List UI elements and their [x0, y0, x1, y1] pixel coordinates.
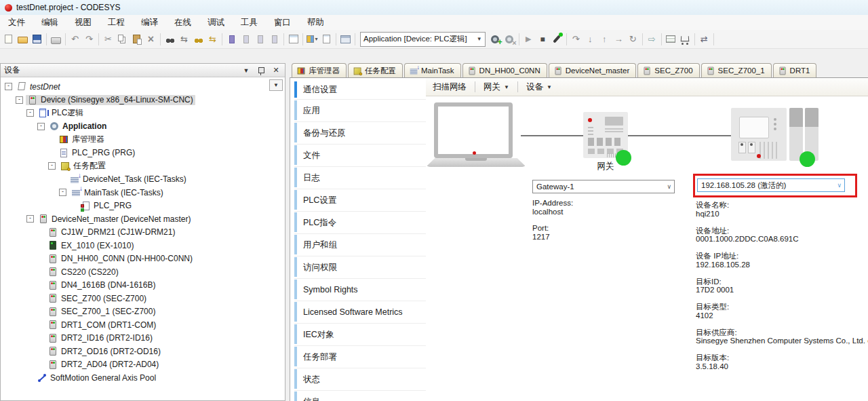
watchlist-icon[interactable]: [679, 33, 692, 45]
menu-工程[interactable]: 工程: [100, 16, 133, 30]
flow-control-icon[interactable]: [665, 33, 677, 45]
collapse-icon[interactable]: -: [16, 96, 23, 104]
tab-任务配置[interactable]: 任务配置: [348, 63, 403, 77]
menu-视图[interactable]: 视图: [66, 16, 100, 30]
tree-item-DeviceNet_Task[interactable]: DeviceNet_Task (IEC-Tasks): [1, 173, 285, 187]
tab-DN_HH00_C0NN[interactable]: DN_HH00_C0NN: [462, 63, 547, 77]
editor-nav-通信设置[interactable]: 通信设置: [294, 81, 426, 100]
tree-item-MainTask[interactable]: -MainTask (IEC-Tasks): [1, 186, 285, 199]
editor-nav-PLC设置[interactable]: PLC设置: [294, 189, 426, 212]
login-icon[interactable]: [489, 33, 502, 45]
target-device-select[interactable]: 192.168.105.28 (激活的) ∨: [697, 178, 845, 192]
tree-item-testDnet[interactable]: -testDnet: [1, 80, 285, 94]
delete-icon[interactable]: [144, 33, 157, 45]
paste-icon[interactable]: [130, 33, 143, 45]
menu-在线[interactable]: 在线: [166, 16, 199, 30]
start-icon[interactable]: [522, 33, 535, 45]
menu-窗口[interactable]: 窗口: [266, 16, 299, 30]
step-into-icon[interactable]: [584, 33, 597, 45]
bookmark-icon[interactable]: [225, 33, 238, 45]
editor-nav-用户和组[interactable]: 用户和组: [294, 234, 426, 256]
library-repository-icon[interactable]: [339, 33, 352, 45]
tab-SEC_Z700_1[interactable]: SEC_Z700_1: [701, 63, 772, 77]
tree-item-DRT1_COM[interactable]: DRT1_COM (DRT1-COM): [1, 318, 285, 332]
undo-icon[interactable]: [68, 33, 81, 45]
tree-item-PLC逻辑[interactable]: -PLC逻辑: [1, 107, 285, 120]
find-icon[interactable]: [163, 33, 176, 45]
collapse-icon[interactable]: -: [5, 83, 12, 90]
replace-icon[interactable]: [178, 33, 191, 45]
device-menu-button[interactable]: 设备 ▼: [520, 79, 558, 94]
tree-item-CJ1W_DRM21[interactable]: CJ1W_DRM21 (CJ1W-DRM21): [1, 226, 285, 240]
menu-调试[interactable]: 调试: [199, 16, 233, 30]
editor-nav-信息[interactable]: 信息: [294, 391, 426, 401]
step-over-icon[interactable]: [570, 33, 583, 45]
search-project-icon[interactable]: [192, 33, 205, 45]
tab-DeviceNet_master[interactable]: DeviceNet_master: [549, 63, 637, 77]
pin-icon[interactable]: [256, 66, 267, 75]
refresh-icon[interactable]: [698, 33, 711, 45]
tree-item-DN_HH00_C0NN[interactable]: DN_HH00_C0NN (DN-HH00-C0NN): [1, 252, 285, 266]
new-object-icon[interactable]: [306, 33, 319, 45]
editor-nav-IEC对象[interactable]: IEC对象: [294, 324, 426, 346]
next-statement-icon[interactable]: [646, 33, 658, 45]
panel-menu-icon[interactable]: ▼: [241, 66, 252, 75]
tab-库管理器[interactable]: 库管理器: [292, 63, 347, 77]
add-object-icon[interactable]: [320, 33, 333, 45]
editor-nav-备份与还原[interactable]: 备份与还原: [294, 122, 426, 145]
tree-item-Device[interactable]: -Device (Sinsegye x86_64-Linux-SM-CNC): [1, 94, 285, 107]
print-icon[interactable]: [50, 33, 62, 45]
editor-nav-任务部署[interactable]: 任务部署: [294, 346, 426, 368]
menu-帮助[interactable]: 帮助: [299, 16, 332, 30]
editor-nav-状态[interactable]: 状态: [294, 368, 426, 391]
tree-item-任务配置[interactable]: -任务配置: [1, 159, 285, 173]
tree-item-库管理器[interactable]: 库管理器: [1, 133, 285, 147]
collapse-icon[interactable]: -: [48, 162, 56, 170]
tree-item-EX_1010[interactable]: EX_1010 (EX-1010): [1, 239, 285, 252]
open-file-icon[interactable]: [16, 33, 29, 45]
bookmark-clear-icon[interactable]: [268, 33, 281, 45]
copy-icon[interactable]: [116, 33, 129, 45]
menu-文件[interactable]: 文件: [0, 16, 33, 30]
tree-item-CS220[interactable]: CS220 (CS220): [1, 265, 285, 279]
run-to-line-icon[interactable]: [612, 33, 625, 45]
stop-icon[interactable]: [536, 33, 549, 45]
tree-item-SoftMotion[interactable]: SoftMotion General Axis Pool: [1, 371, 285, 385]
properties-icon[interactable]: [287, 33, 300, 45]
replace-project-icon[interactable]: [206, 33, 219, 45]
editor-nav-PLC指令[interactable]: PLC指令: [294, 212, 426, 234]
editor-nav-文件[interactable]: 文件: [294, 145, 426, 167]
menu-编辑[interactable]: 编辑: [33, 16, 66, 30]
step-out-icon[interactable]: [598, 33, 611, 45]
tree-item-DRT2_OD16[interactable]: DRT2_OD16 (DRT2-OD16): [1, 345, 285, 358]
gateway-menu-button[interactable]: 网关 ▼: [477, 79, 515, 94]
tab-MainTask[interactable]: MainTask: [404, 63, 461, 77]
tree-item-Application[interactable]: -Application: [1, 120, 285, 134]
tree-item-PLC_PRG[interactable]: PLC_PRG (PRG): [1, 147, 285, 160]
cut-icon[interactable]: [102, 33, 115, 45]
tree-item-PLC_PRG[interactable]: PLC_PRG: [1, 199, 285, 213]
gateway-select[interactable]: Gateway-1 ∨: [532, 180, 675, 193]
tab-DRT1[interactable]: DRT1: [773, 63, 817, 77]
editor-nav-Licensed Software Metrics[interactable]: Licensed Software Metrics: [294, 301, 426, 324]
editor-nav-应用[interactable]: 应用: [294, 100, 426, 122]
bookmark-next-icon[interactable]: [254, 33, 267, 45]
logout-icon[interactable]: [503, 33, 516, 45]
tree-item-DeviceNet_master[interactable]: -DeviceNet_master (DeviceNet master): [1, 212, 285, 226]
menu-工具[interactable]: 工具: [233, 16, 266, 30]
active-application-select[interactable]: Application [Device: PLC逻辑]▼: [360, 32, 486, 47]
menu-编译[interactable]: 编译: [133, 16, 166, 30]
save-icon[interactable]: [31, 33, 43, 45]
tree-item-DRT2_AD04[interactable]: DRT2_AD04 (DRT2-AD04): [1, 358, 285, 372]
scan-network-button[interactable]: 扫描网络: [427, 79, 473, 94]
tree-dropdown-button[interactable]: ▼: [269, 79, 283, 91]
tab-SEC_Z700[interactable]: SEC_Z700: [637, 63, 699, 77]
editor-nav-Symbol Rights[interactable]: Symbol Rights: [294, 279, 426, 301]
tree-item-DRT2_ID16[interactable]: DRT2_ID16 (DRT2-ID16): [1, 332, 285, 345]
editor-nav-访问权限[interactable]: 访问权限: [294, 256, 426, 279]
restart-icon[interactable]: [627, 33, 639, 45]
collapse-icon[interactable]: -: [26, 215, 34, 223]
collapse-icon[interactable]: -: [26, 109, 34, 117]
redo-icon[interactable]: [83, 33, 96, 45]
editor-nav-日志[interactable]: 日志: [294, 167, 426, 189]
